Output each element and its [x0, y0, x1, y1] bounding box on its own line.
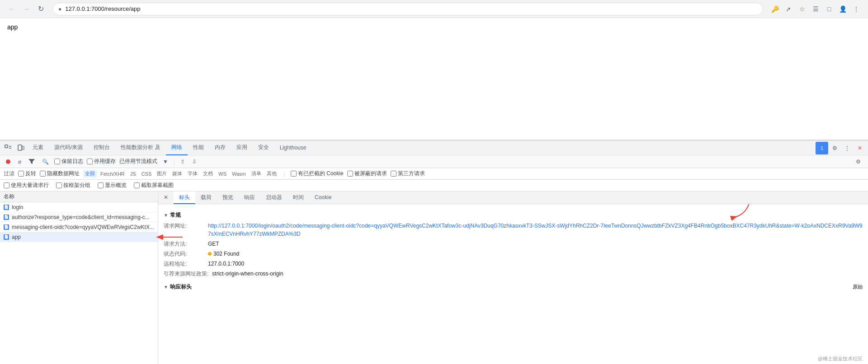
group-by-frame-checkbox[interactable]: 按框架分组: [56, 182, 90, 189]
devtools-close-btn[interactable]: ✕: [854, 142, 866, 154]
tab-lighthouse[interactable]: Lighthouse: [274, 141, 312, 155]
star-icon[interactable]: ☆: [796, 3, 808, 15]
network-settings-btn[interactable]: ⚙: [852, 155, 864, 168]
response-triangle-icon: ▼: [164, 285, 168, 289]
devtools-badge[interactable]: 1: [816, 142, 828, 154]
svg-rect-4: [22, 146, 24, 149]
disable-cache-checkbox[interactable]: 停用缓存: [87, 158, 116, 165]
forward-button[interactable]: →: [20, 3, 33, 15]
page-content: app: [0, 18, 868, 140]
request-name-login: login: [12, 204, 154, 210]
extensions-icon[interactable]: ☰: [809, 3, 822, 15]
filter-js[interactable]: JS: [128, 171, 138, 177]
request-list-header: 名称: [0, 191, 158, 202]
profile-icon[interactable]: 👤: [836, 3, 849, 15]
upload-btn[interactable]: ⇧: [179, 158, 187, 166]
filter-all[interactable]: 全部: [83, 170, 97, 177]
request-url-label: 请求网址:: [164, 222, 204, 238]
referrer-policy-label: 引荐来源网址政策:: [164, 270, 208, 278]
filter-label: 过滤: [4, 170, 14, 177]
offline-mode-text: 已停用节流模式: [119, 158, 157, 165]
devtools-panel: 元素 源代码/来源 控制台 性能数据分析 及 网络 性能 内存 应用 安全 Li…: [0, 140, 868, 364]
browser-chrome: ← → ↻ ● 🔑 ➚ ☆ ☰ □ 👤 ⋮: [0, 0, 868, 18]
request-item-authorize[interactable]: 📄 authorize?response_type=code&client_id…: [0, 212, 158, 222]
request-item-app[interactable]: 📄 app: [0, 232, 158, 242]
remote-addr-label: 远程地址:: [164, 260, 204, 268]
screenshot-checkbox[interactable]: 截取屏幕截图: [134, 182, 174, 189]
request-url-row: 请求网址: http://127.0.0.1:7000/login/oauth2…: [164, 222, 863, 238]
inspect-element-btn[interactable]: [2, 142, 14, 154]
filter-doc[interactable]: 文档: [201, 170, 215, 177]
filter-button[interactable]: [27, 158, 37, 165]
status-code-row: 状态代码: 302 Found: [164, 250, 863, 258]
key-icon[interactable]: 🔑: [769, 3, 781, 15]
search-button[interactable]: 🔍: [40, 158, 51, 166]
url-input[interactable]: [65, 5, 757, 12]
filter-media[interactable]: 媒体: [170, 170, 184, 177]
filter-css[interactable]: CSS: [140, 171, 154, 177]
tab-memory[interactable]: 内存: [209, 141, 231, 155]
offline-dropdown[interactable]: ▼: [161, 158, 170, 166]
filter-wasm[interactable]: Wasm: [230, 171, 248, 177]
large-rows-checkbox[interactable]: 使用大量请求行: [4, 182, 49, 189]
tab-sources[interactable]: 源代码/来源: [49, 141, 88, 155]
detail-tab-payload[interactable]: 载荷: [195, 191, 217, 204]
tab-network[interactable]: 网络: [166, 141, 188, 155]
filter-font[interactable]: 字体: [186, 170, 199, 177]
request-method-label: 请求方法:: [164, 240, 204, 248]
device-toolbar-btn[interactable]: [14, 142, 27, 154]
download-btn[interactable]: ⇩: [190, 158, 198, 166]
filter-other[interactable]: 其他: [265, 170, 278, 177]
filter-fetch-xhr[interactable]: Fetch/XHR: [99, 171, 127, 177]
third-party-checkbox[interactable]: 第三方请求: [391, 170, 425, 177]
request-item-messaging[interactable]: 📄 messaging-client-oidc?code=qyyaVQWEwRV…: [0, 222, 158, 232]
record-button[interactable]: [4, 158, 13, 165]
clear-button[interactable]: ⌀: [16, 158, 23, 166]
status-dot: [208, 252, 212, 256]
detail-tab-cookie[interactable]: Cookie: [309, 191, 337, 204]
blocked-cookies-checkbox[interactable]: 有已拦截的 Cookie: [291, 170, 344, 177]
tab-performance[interactable]: 性能数据分析 及: [115, 141, 165, 155]
triangle-icon: ▼: [164, 213, 168, 218]
lock-icon: ●: [58, 6, 61, 12]
tab-security[interactable]: 安全: [253, 141, 274, 155]
filter-img[interactable]: 图片: [155, 170, 169, 177]
hide-data-url-checkbox[interactable]: 隐藏数据网址: [40, 170, 80, 177]
request-icon-login: 📄: [4, 205, 9, 210]
detail-content: ▼ 常规 请求网址: http://127.0.0.1:7000/login/o…: [158, 204, 868, 364]
filter-manifest[interactable]: 清单: [250, 170, 263, 177]
request-name-messaging: messaging-client-oidc?code=qyyaVQWEwRVeg…: [12, 224, 154, 230]
filter-ws[interactable]: WS: [217, 171, 228, 177]
detail-tab-initiator[interactable]: 启动器: [260, 191, 288, 204]
preserve-log-checkbox[interactable]: 保留日志: [54, 158, 83, 165]
browser-toolbar-icons: 🔑 ➚ ☆ ☰ □ 👤 ⋮: [769, 3, 863, 15]
request-icon-app: 📄: [4, 234, 9, 240]
raw-toggle[interactable]: 原始: [853, 284, 863, 290]
detail-tab-timing[interactable]: 时间: [288, 191, 309, 204]
reload-button[interactable]: ↻: [34, 3, 47, 15]
tab-application[interactable]: 应用: [231, 141, 253, 155]
detail-tab-response[interactable]: 响应: [239, 191, 260, 204]
devtools-settings-btn[interactable]: ⚙: [828, 142, 841, 154]
tab-elements[interactable]: 元素: [27, 141, 49, 155]
remote-addr-value: 127.0.0.1:7000: [208, 260, 863, 268]
request-name-authorize: authorize?response_type=code&client_id=m…: [12, 214, 154, 220]
detail-tab-preview[interactable]: 预览: [217, 191, 239, 204]
tab-performance2[interactable]: 性能: [188, 141, 209, 155]
request-item-login[interactable]: 📄 login: [0, 202, 158, 212]
section-response-headers: ▼ 响应标头 原始: [164, 283, 863, 291]
share-icon[interactable]: ➚: [782, 3, 795, 15]
network-main: 名称 📄 login 📄 authorize?response_type=cod…: [0, 191, 868, 364]
show-overview-checkbox[interactable]: 显示概览: [98, 182, 127, 189]
extra-checkboxes: 使用大量请求行 按框架分组 显示概览 截取屏幕截图: [0, 180, 868, 191]
menu-icon[interactable]: ⋮: [850, 3, 863, 15]
blocked-requests-checkbox[interactable]: 被屏蔽的请求: [347, 170, 387, 177]
detail-tabs: ✕ 标头 载荷 预览 响应 启动器 时间 Cookie: [158, 191, 868, 204]
back-button[interactable]: ←: [5, 3, 18, 15]
devtools-more-btn[interactable]: ⋮: [841, 142, 854, 154]
detail-close-btn[interactable]: ✕: [158, 191, 174, 204]
detail-tab-headers[interactable]: 标头: [174, 191, 195, 204]
tab-console[interactable]: 控制台: [88, 141, 115, 155]
window-icon[interactable]: □: [823, 3, 835, 15]
invert-checkbox[interactable]: 反转: [18, 170, 36, 177]
